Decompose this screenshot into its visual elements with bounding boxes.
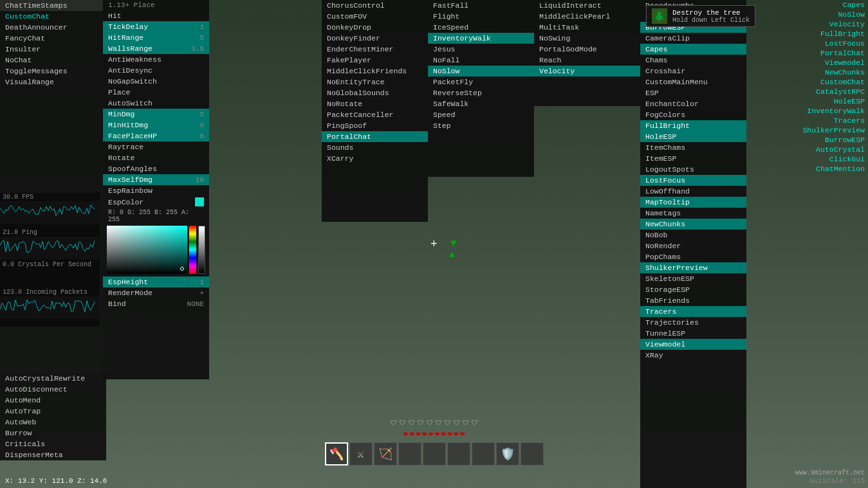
movement-module-item[interactable]: NoFall xyxy=(428,55,534,66)
movement-module-item[interactable]: Flight xyxy=(428,11,534,22)
right-overlay-item[interactable]: CatalystRPC xyxy=(791,87,868,96)
killaura-setting-item[interactable]: EspColor xyxy=(103,196,209,208)
killaura-setting-item[interactable]: MinDmg5 xyxy=(103,109,209,120)
combat-module-item[interactable]: MultiTask xyxy=(534,22,640,33)
misc-module-item[interactable]: PacketCanceller xyxy=(322,109,428,120)
esp-module-item[interactable]: Crosshair xyxy=(640,66,746,77)
killaura-setting-item[interactable]: AntiDesync xyxy=(103,65,209,76)
left-panel-item[interactable]: FancyChat xyxy=(0,33,103,44)
esp-module-item[interactable]: Nametags xyxy=(640,208,746,219)
misc-module-item[interactable]: NoEntityTrace xyxy=(322,77,428,87)
esp-module-item[interactable]: Trajectories xyxy=(640,317,746,328)
bottom-module-item[interactable]: Burrow xyxy=(0,428,106,438)
movement-module-item[interactable]: IceSpeed xyxy=(428,22,534,33)
misc-module-item[interactable]: PortalChat xyxy=(322,131,428,142)
movement-module-item[interactable]: SafeWalk xyxy=(428,98,534,109)
esp-module-item[interactable]: LostFocus xyxy=(640,175,746,186)
right-overlay-item[interactable]: CustomChat xyxy=(791,77,868,87)
esp-module-item[interactable]: ESP xyxy=(640,87,746,98)
esp-module-item[interactable]: FogColors xyxy=(640,109,746,120)
left-panel-item[interactable]: VisualRange xyxy=(0,77,103,87)
movement-module-item[interactable]: NoSlow xyxy=(428,66,534,77)
misc-module-item[interactable]: NoRotate xyxy=(322,98,428,109)
combat-module-item[interactable]: LiquidInteract xyxy=(534,0,640,11)
movement-module-item[interactable]: ReverseStep xyxy=(428,87,534,98)
misc-module-item[interactable]: MiddleClickFriends xyxy=(322,66,428,77)
hotbar-slot[interactable]: 🏹 xyxy=(374,442,397,465)
misc-module-item[interactable]: XCarry xyxy=(322,153,428,164)
misc-module-item[interactable]: ChorusControl xyxy=(322,0,428,11)
misc-module-item[interactable]: EnderChestMiner xyxy=(322,44,428,55)
killaura-setting-item[interactable]: FacePlaceHP6 xyxy=(103,131,209,141)
killaura-setting-item[interactable]: EspRainbow xyxy=(103,185,209,196)
esp-module-item[interactable]: Capes xyxy=(640,44,746,55)
killaura-setting-item[interactable]: MaxSelfDmg10 xyxy=(103,174,209,185)
esp-module-item[interactable]: Chams xyxy=(640,55,746,66)
killaura-setting-item[interactable]: NoGapSwitch xyxy=(103,76,209,87)
movement-module-item[interactable]: PacketFly xyxy=(428,77,534,87)
bottom-module-item[interactable]: AutoWeb xyxy=(0,417,106,428)
misc-module-item[interactable]: NoGlobalSounds xyxy=(322,87,428,98)
bottom-module-item[interactable]: AutoCrystalRewrite xyxy=(0,373,106,384)
hotbar-slot[interactable] xyxy=(423,442,446,465)
combat-module-item[interactable]: NoSwing xyxy=(534,33,640,44)
left-panel-item[interactable]: NoChat xyxy=(0,55,103,66)
misc-module-item[interactable]: Sounds xyxy=(322,142,428,153)
esp-module-item[interactable]: HoleESP xyxy=(640,131,746,142)
right-overlay-item[interactable]: PortalChat xyxy=(791,48,868,58)
right-overlay-item[interactable]: BurrowESP xyxy=(791,135,868,145)
bottom-module-item[interactable]: AutoTrap xyxy=(0,406,106,417)
bottom-module-item[interactable]: AutoMend xyxy=(0,395,106,406)
left-panel-item[interactable]: Insulter xyxy=(0,44,103,55)
killaura-setting-item[interactable]: EspHeight1 xyxy=(103,276,209,287)
misc-module-item[interactable]: DonkeyDrop xyxy=(322,22,428,33)
hotbar-slot[interactable] xyxy=(521,442,544,465)
killaura-setting-item[interactable]: AutoSwitch xyxy=(103,98,209,109)
left-panel-item[interactable]: ChatTimeStamps xyxy=(0,0,103,11)
movement-module-item[interactable]: FastFall xyxy=(428,0,534,11)
killaura-setting-item[interactable]: Hit xyxy=(103,10,209,21)
esp-module-item[interactable]: ItemChams xyxy=(640,142,746,153)
movement-module-item[interactable]: InventoryWalk xyxy=(428,33,534,44)
esp-module-item[interactable]: ShulkerPreview xyxy=(640,262,746,273)
killaura-setting-item[interactable]: WallsRange3.5 xyxy=(103,43,209,54)
killaura-setting-item[interactable]: AntiWeakness xyxy=(103,54,209,65)
esp-module-item[interactable]: TabFriends xyxy=(640,295,746,306)
hotbar-slot[interactable]: 🛡️ xyxy=(496,442,519,465)
esp-module-item[interactable]: SkeletonESP xyxy=(640,273,746,284)
killaura-setting-item[interactable]: BindNONE xyxy=(103,298,209,309)
killaura-setting-item[interactable]: Place xyxy=(103,87,209,98)
right-overlay-item[interactable]: ClickGui xyxy=(791,154,868,164)
bottom-module-item[interactable]: DispenserMeta xyxy=(0,449,106,460)
esp-module-item[interactable]: NoBob xyxy=(640,230,746,240)
esp-module-item[interactable]: ItemESP xyxy=(640,153,746,164)
esp-module-item[interactable]: XRay xyxy=(640,350,746,361)
right-overlay-item[interactable]: AutoCrystal xyxy=(791,145,868,154)
killaura-setting-item[interactable]: SpoofAngles xyxy=(103,163,209,174)
esp-module-item[interactable]: CameraClip xyxy=(640,33,746,44)
right-overlay-item[interactable]: ShulkerPreview xyxy=(791,125,868,135)
killaura-setting-item[interactable]: RenderMode+ xyxy=(103,287,209,298)
right-overlay-item[interactable]: Viewmodel xyxy=(791,58,868,68)
misc-module-item[interactable]: CustomFOV xyxy=(322,11,428,22)
esp-module-item[interactable]: LowOffhand xyxy=(640,186,746,197)
esp-module-item[interactable]: MapTooltip xyxy=(640,197,746,208)
combat-module-item[interactable]: PortalGodMode xyxy=(534,44,640,55)
killaura-setting-item[interactable]: Rotate xyxy=(103,152,209,163)
right-overlay-item[interactable]: LostFocus xyxy=(791,39,868,48)
bottom-module-item[interactable]: AutoDisconnect xyxy=(0,384,106,395)
combat-module-item[interactable]: Velocity xyxy=(534,66,640,77)
movement-module-item[interactable]: Jesus xyxy=(428,44,534,55)
right-overlay-item[interactable]: HoleESP xyxy=(791,96,868,106)
left-panel-item[interactable]: CustomChat xyxy=(0,11,103,22)
misc-module-item[interactable]: PingSpoof xyxy=(322,120,428,131)
right-overlay-item[interactable]: NewChunks xyxy=(791,68,868,77)
color-picker[interactable] xyxy=(103,224,209,276)
right-overlay-item[interactable]: NoSlow xyxy=(791,10,868,19)
right-overlay-item[interactable]: Tracers xyxy=(791,116,868,125)
left-panel-item[interactable]: DeathAnnouncer xyxy=(0,22,103,33)
bottom-module-item[interactable]: Criticals xyxy=(0,438,106,449)
esp-module-item[interactable]: CustomMainMenu xyxy=(640,77,746,87)
hotbar-slot[interactable] xyxy=(398,442,421,465)
right-overlay-item[interactable]: ChatMention xyxy=(791,164,868,174)
